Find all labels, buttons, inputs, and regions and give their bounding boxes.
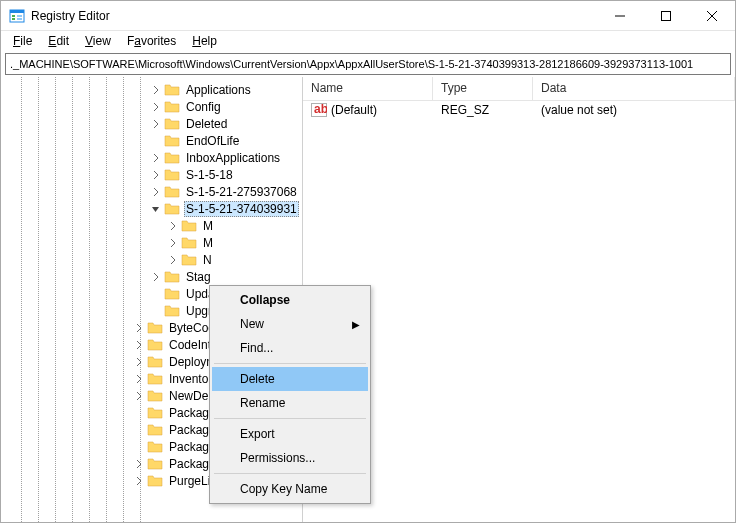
maximize-button[interactable] — [643, 1, 689, 31]
ctx-export[interactable]: Export — [212, 422, 368, 446]
tree-item-label: CodeInt — [167, 338, 213, 352]
svg-rect-3 — [12, 18, 15, 20]
col-header-data[interactable]: Data — [533, 77, 735, 100]
value-row[interactable]: ab (Default) REG_SZ (value not set) — [303, 101, 735, 119]
minimize-icon — [615, 11, 625, 21]
folder-icon — [147, 423, 163, 437]
expander-empty — [133, 424, 145, 436]
tree-item-label: Deployn — [167, 355, 215, 369]
tree-item-label: Applications — [184, 83, 253, 97]
folder-icon — [164, 202, 180, 216]
tree-item[interactable]: Stag — [1, 268, 302, 285]
chevron-right-icon[interactable] — [133, 373, 145, 385]
folder-icon — [181, 219, 197, 233]
svg-rect-4 — [17, 15, 22, 17]
menu-favorites[interactable]: Favorites — [119, 32, 184, 50]
submenu-arrow-icon: ▶ — [352, 319, 360, 330]
ctx-find[interactable]: Find... — [212, 336, 368, 360]
value-name-cell: ab (Default) — [303, 103, 433, 117]
chevron-right-icon[interactable] — [150, 271, 162, 283]
titlebar: Registry Editor — [1, 1, 735, 31]
folder-icon — [164, 185, 180, 199]
menu-help[interactable]: Help — [184, 32, 225, 50]
svg-text:ab: ab — [314, 103, 327, 116]
chevron-right-icon[interactable] — [133, 356, 145, 368]
tree-item-label: InboxApplications — [184, 151, 282, 165]
chevron-right-icon[interactable] — [150, 186, 162, 198]
ctx-delete[interactable]: Delete — [212, 367, 368, 391]
menu-view[interactable]: View — [77, 32, 119, 50]
tree-item[interactable]: N — [1, 251, 302, 268]
folder-icon — [164, 304, 180, 318]
string-value-icon: ab — [311, 103, 327, 117]
tree-item-label: Deleted — [184, 117, 229, 131]
tree-item-label: N — [201, 253, 214, 267]
chevron-right-icon[interactable] — [167, 220, 179, 232]
value-name: (Default) — [331, 103, 377, 117]
context-menu: Collapse New ▶ Find... Delete Rename Exp… — [209, 285, 371, 504]
menu-edit[interactable]: Edit — [40, 32, 77, 50]
chevron-right-icon[interactable] — [133, 322, 145, 334]
folder-icon — [147, 338, 163, 352]
tree-item[interactable]: S-1-5-21-275937068 — [1, 183, 302, 200]
ctx-new[interactable]: New ▶ — [212, 312, 368, 336]
tree-item[interactable]: S-1-5-18 — [1, 166, 302, 183]
ctx-new-label: New — [240, 317, 264, 331]
menubar: File Edit View Favorites Help — [1, 31, 735, 51]
expander-empty — [150, 288, 162, 300]
folder-icon — [181, 236, 197, 250]
menu-file[interactable]: File — [5, 32, 40, 50]
tree-item-label: M — [201, 219, 215, 233]
chevron-right-icon[interactable] — [133, 339, 145, 351]
tree-item-label: Stag — [184, 270, 213, 284]
col-header-type[interactable]: Type — [433, 77, 533, 100]
minimize-button[interactable] — [597, 1, 643, 31]
col-header-name[interactable]: Name — [303, 77, 433, 100]
svg-rect-1 — [10, 10, 24, 13]
tree-item[interactable]: InboxApplications — [1, 149, 302, 166]
chevron-right-icon[interactable] — [133, 458, 145, 470]
folder-icon — [164, 100, 180, 114]
chevron-right-icon[interactable] — [150, 169, 162, 181]
tree-item[interactable]: Applications — [1, 81, 302, 98]
folder-icon — [147, 389, 163, 403]
tree-item-label: Config — [184, 100, 223, 114]
chevron-right-icon[interactable] — [150, 118, 162, 130]
folder-icon — [147, 355, 163, 369]
address-bar[interactable]: ._MACHINE\SOFTWARE\Microsoft\Windows\Cur… — [5, 53, 731, 75]
folder-icon — [147, 474, 163, 488]
folder-icon — [164, 117, 180, 131]
folder-icon — [147, 406, 163, 420]
tree-item[interactable]: Deleted — [1, 115, 302, 132]
chevron-right-icon[interactable] — [150, 101, 162, 113]
expander-empty — [150, 305, 162, 317]
folder-icon — [164, 270, 180, 284]
chevron-right-icon[interactable] — [167, 237, 179, 249]
ctx-separator — [214, 363, 366, 364]
tree-item[interactable]: EndOfLife — [1, 132, 302, 149]
chevron-right-icon[interactable] — [150, 152, 162, 164]
ctx-copy-key-name[interactable]: Copy Key Name — [212, 477, 368, 501]
ctx-collapse[interactable]: Collapse — [212, 288, 368, 312]
close-button[interactable] — [689, 1, 735, 31]
tree-item[interactable]: S-1-5-21-374039931 — [1, 200, 302, 217]
folder-icon — [164, 134, 180, 148]
ctx-rename[interactable]: Rename — [212, 391, 368, 415]
tree-item[interactable]: M — [1, 217, 302, 234]
chevron-down-icon[interactable] — [150, 203, 162, 215]
chevron-right-icon[interactable] — [133, 390, 145, 402]
folder-icon — [164, 83, 180, 97]
folder-icon — [147, 321, 163, 335]
folder-icon — [147, 372, 163, 386]
chevron-right-icon[interactable] — [150, 84, 162, 96]
list-header: Name Type Data — [303, 77, 735, 101]
tree-item-label: S-1-5-18 — [184, 168, 235, 182]
tree-item[interactable]: M — [1, 234, 302, 251]
tree-item[interactable]: Config — [1, 98, 302, 115]
regedit-icon — [9, 8, 25, 24]
folder-icon — [164, 151, 180, 165]
folder-icon — [147, 457, 163, 471]
chevron-right-icon[interactable] — [133, 475, 145, 487]
ctx-permissions[interactable]: Permissions... — [212, 446, 368, 470]
chevron-right-icon[interactable] — [167, 254, 179, 266]
